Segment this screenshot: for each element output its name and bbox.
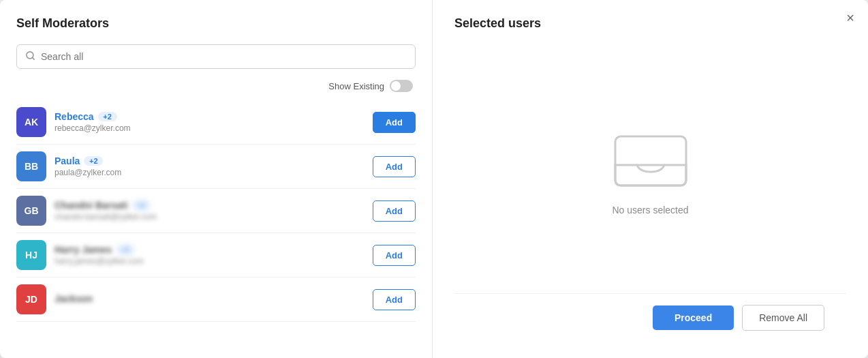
proceed-button[interactable]: Proceed: [653, 305, 734, 330]
user-email: chandni.barsati@zylker.com: [55, 212, 373, 222]
user-email: paula@zylker.com: [55, 168, 373, 177]
avatar: JD: [16, 284, 46, 314]
avatar: BB: [16, 151, 46, 181]
user-row: GB Chandni Barsati +1 chandni.barsati@zy…: [16, 189, 416, 233]
add-user-button[interactable]: Add: [373, 200, 416, 222]
user-name: Jackson: [55, 293, 373, 304]
empty-state: No users selected: [454, 44, 846, 293]
left-panel: Self Moderators Show Existing AK Rebecca: [0, 0, 433, 358]
avatar: HJ: [16, 240, 46, 270]
add-user-button[interactable]: Add: [373, 245, 416, 266]
user-badge: +2: [98, 112, 117, 121]
toggle-label: Show Existing: [328, 81, 384, 91]
user-name: Rebecca +2: [55, 111, 373, 122]
user-name: Chandni Barsati +1: [55, 200, 373, 211]
svg-rect-2: [615, 136, 686, 185]
right-panel: Selected users No users selected Proceed…: [433, 0, 868, 358]
toggle-row: Show Existing: [16, 80, 416, 92]
user-badge: +1: [116, 245, 135, 254]
user-info: Rebecca +2 rebecca@zylker.com: [55, 111, 373, 133]
user-info: Chandni Barsati +1 chandni.barsati@zylke…: [55, 200, 373, 222]
user-name: Paula +2: [55, 155, 373, 166]
avatar: AK: [16, 107, 46, 137]
user-row: HJ Harry James +1 harry.james@zylker.com…: [16, 233, 416, 278]
add-user-button[interactable]: Add: [373, 112, 416, 133]
svg-line-1: [32, 57, 34, 59]
avatar: GB: [16, 196, 46, 226]
add-user-button[interactable]: Add: [373, 156, 416, 177]
left-panel-title: Self Moderators: [16, 16, 416, 31]
user-email: rebecca@zylker.com: [55, 123, 373, 133]
user-email: harry.james@zylker.com: [55, 256, 373, 266]
modal: × Self Moderators Show Existing AK: [0, 0, 868, 358]
user-info: Paula +2 paula@zylker.com: [55, 155, 373, 177]
right-panel-title: Selected users: [454, 16, 846, 31]
search-box: [16, 44, 416, 69]
remove-all-button[interactable]: Remove All: [742, 305, 824, 331]
search-input[interactable]: [41, 51, 407, 62]
user-row: JD Jackson Add: [16, 278, 416, 322]
modal-body: Self Moderators Show Existing AK Rebecca: [0, 0, 868, 358]
close-button[interactable]: ×: [846, 11, 854, 25]
show-existing-toggle[interactable]: [390, 80, 413, 92]
user-name: Harry James +1: [55, 244, 373, 255]
empty-tray-icon: [610, 123, 692, 191]
search-icon: [25, 50, 35, 63]
user-badge: +1: [131, 200, 151, 210]
user-info: Jackson: [55, 293, 373, 305]
user-row: BB Paula +2 paula@zylker.com Add: [16, 145, 416, 189]
user-info: Harry James +1 harry.james@zylker.com: [55, 244, 373, 266]
user-badge: +2: [84, 156, 103, 166]
add-user-button[interactable]: Add: [373, 289, 416, 310]
user-row: AK Rebecca +2 rebecca@zylker.com Add: [16, 100, 416, 145]
user-list: AK Rebecca +2 rebecca@zylker.com Add BB …: [0, 100, 432, 358]
modal-footer: Proceed Remove All: [454, 293, 846, 342]
empty-text: No users selected: [612, 205, 688, 215]
